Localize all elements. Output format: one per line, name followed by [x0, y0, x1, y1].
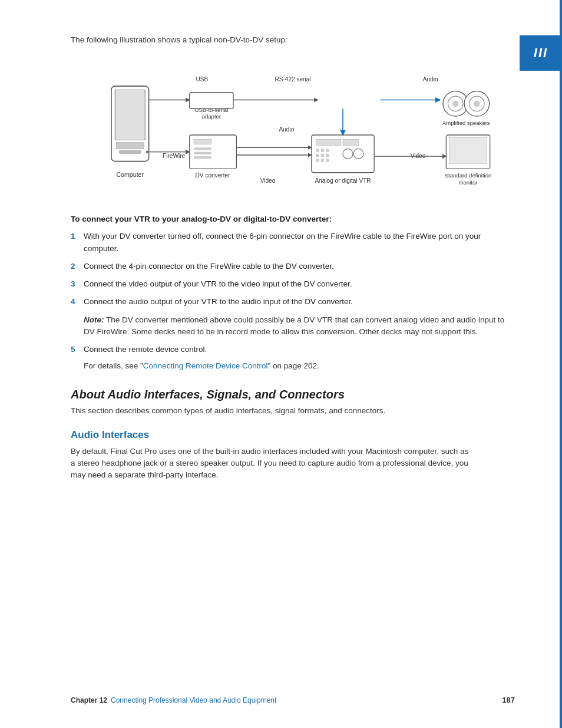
svg-rect-39 — [316, 159, 319, 162]
svg-text:Video: Video — [260, 177, 276, 184]
svg-rect-36 — [316, 154, 319, 157]
step-4: 4 Connect the audio output of your VTR t… — [71, 296, 515, 308]
for-details-link[interactable]: Connecting Remote Device Control — [143, 361, 268, 370]
svg-text:RS-422 serial: RS-422 serial — [275, 76, 310, 83]
step-2-num: 2 — [71, 261, 84, 272]
svg-rect-37 — [321, 154, 324, 157]
note-block: Note: The DV converter mentioned above c… — [84, 314, 515, 338]
svg-rect-32 — [343, 139, 359, 146]
diagram-container: Computer USB USB-to-serial adapter RS-42… — [92, 55, 493, 200]
svg-text:Analog or digital VTR: Analog or digital VTR — [315, 177, 371, 184]
section-heading: About Audio Interfaces, Signals, and Con… — [71, 388, 515, 401]
svg-rect-25 — [194, 139, 211, 144]
svg-rect-27 — [194, 152, 211, 154]
svg-text:adapter: adapter — [202, 113, 222, 120]
step-1-text: With your DV converter turned off, conne… — [84, 230, 515, 255]
footer-page-number: 187 — [502, 696, 515, 704]
step-5-list: 5 Connect the remote device control. — [71, 344, 515, 355]
instructions-heading: To connect your VTR to your analog-to-DV… — [71, 215, 515, 223]
step-3: 3 Connect the video output of your VTR t… — [71, 278, 515, 290]
svg-rect-21 — [449, 137, 487, 164]
diagram-svg: Computer USB USB-to-serial adapter RS-42… — [92, 55, 493, 199]
note-label: Note: — [84, 315, 104, 324]
svg-point-43 — [353, 149, 363, 159]
svg-rect-31 — [316, 139, 341, 146]
svg-text:DV converter: DV converter — [196, 172, 230, 179]
footer-chapter: Chapter 12 Connecting Professional Video… — [71, 696, 276, 704]
label-computer: Computer — [116, 171, 144, 178]
step-5-text: Connect the remote device control. — [84, 344, 207, 355]
svg-text:Standard definition: Standard definition — [445, 172, 492, 179]
note-text: The DV converter mentioned above could p… — [84, 315, 504, 336]
step-1-num: 1 — [71, 230, 84, 242]
step-2-text: Connect the 4-pin connector on the FireW… — [84, 261, 334, 272]
svg-rect-2 — [116, 143, 144, 149]
svg-rect-40 — [321, 159, 324, 162]
svg-rect-28 — [194, 156, 211, 159]
step-5-num: 5 — [71, 344, 84, 355]
svg-rect-26 — [194, 147, 211, 150]
svg-rect-38 — [326, 154, 329, 157]
section-tab: III — [520, 35, 562, 71]
for-details: For details, see "Connecting Remote Devi… — [84, 361, 515, 370]
svg-point-15 — [452, 101, 459, 107]
svg-text:USB-to-serial: USB-to-serial — [194, 107, 228, 113]
step-4-num: 4 — [71, 296, 84, 308]
svg-rect-1 — [115, 90, 145, 140]
step-1: 1 With your DV converter turned off, con… — [71, 230, 515, 255]
right-border — [560, 0, 562, 728]
svg-text:Audio: Audio — [423, 76, 438, 83]
step-2: 2 Connect the 4-pin connector on the Fir… — [71, 261, 515, 272]
svg-rect-33 — [316, 149, 319, 151]
svg-text:Audio: Audio — [279, 126, 294, 133]
svg-point-42 — [343, 149, 353, 159]
svg-rect-41 — [326, 159, 329, 162]
svg-text:monitor: monitor — [459, 179, 478, 186]
step-4-text: Connect the audio output of your VTR to … — [84, 296, 353, 308]
tab-label: III — [534, 45, 548, 61]
subsection-body: By default, Final Cut Pro uses one of th… — [71, 446, 471, 482]
svg-text:Amplified speakers: Amplified speakers — [442, 120, 490, 126]
svg-rect-3 — [119, 150, 141, 154]
step-3-text: Connect the video output of your VTR to … — [84, 278, 352, 290]
steps-list: 1 With your DV converter turned off, con… — [71, 230, 515, 308]
section-subtext: This section describes common types of a… — [71, 405, 515, 417]
svg-text:FireWire: FireWire — [163, 153, 185, 159]
footer-chapter-link: Connecting Professional Video and Audio … — [111, 696, 276, 704]
svg-rect-34 — [321, 149, 324, 151]
footer-chapter-label: Chapter 12 — [71, 696, 107, 704]
svg-text:USB: USB — [196, 76, 209, 83]
intro-text: The following illustration shows a typic… — [71, 35, 515, 44]
subsection-heading: Audio Interfaces — [71, 429, 515, 441]
step-3-num: 3 — [71, 278, 84, 290]
page-footer: Chapter 12 Connecting Professional Video… — [0, 696, 562, 704]
step-5: 5 Connect the remote device control. — [71, 344, 515, 355]
svg-rect-35 — [326, 149, 329, 151]
svg-point-18 — [474, 101, 480, 107]
